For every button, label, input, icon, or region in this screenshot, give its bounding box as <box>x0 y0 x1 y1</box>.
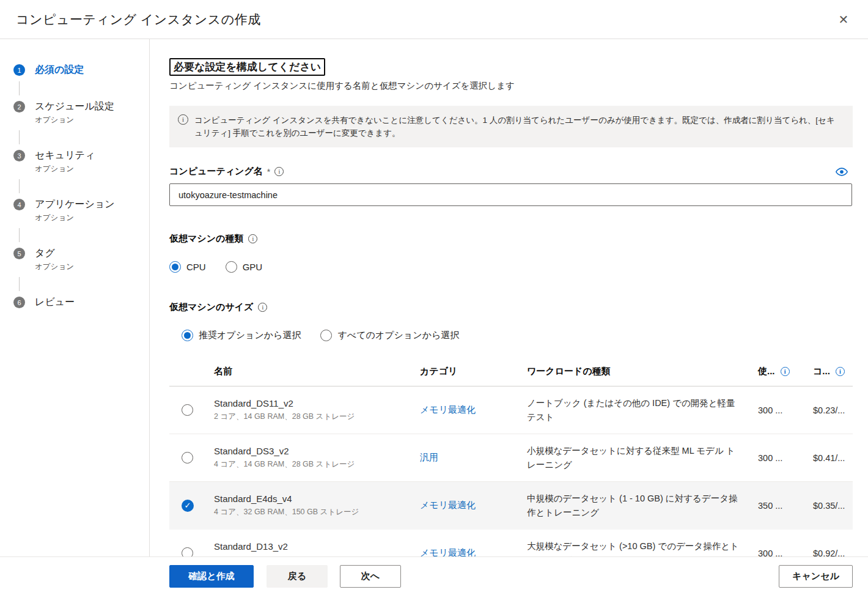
wizard-step[interactable]: 4 アプリケーション オプション <box>13 198 149 242</box>
vm-workload: 小規模なデータセットに対する従来型 ML モデル トレーニング <box>527 444 758 472</box>
vm-cost: $0.92/... <box>813 549 853 557</box>
vm-size-label-row: 仮想マシンのサイズ i <box>169 301 853 313</box>
wizard-step[interactable]: 3 セキュリティ オプション <box>13 149 149 193</box>
radio-label: GPU <box>243 262 263 272</box>
vm-quota: 350 ... <box>758 501 813 511</box>
eye-icon[interactable] <box>836 168 848 176</box>
info-banner: i コンピューティング インスタンスを共有できないことに注意してください。1 人… <box>169 106 853 147</box>
vm-category-link[interactable]: メモリ最適化 <box>420 404 527 416</box>
step-connector <box>19 130 20 144</box>
table-header-row: 名前 カテゴリ ワークロードの種類 使... i コ... i <box>169 366 853 386</box>
vm-size-radio-group: 推奨オプションから選択 すべてのオプションから選択 <box>182 330 853 341</box>
main-content: 必要な設定を構成してください コンピューティング インスタンスに使用する名前と仮… <box>150 39 868 556</box>
table-row[interactable]: Standard_D13_v2 8 コア、56 GB RAM、400 GB スト… <box>169 530 853 556</box>
step-sublabel: オプション <box>35 164 149 174</box>
info-icon[interactable]: i <box>836 367 845 376</box>
info-icon[interactable]: i <box>258 303 267 312</box>
vm-cost: $0.41/... <box>813 453 853 463</box>
wizard-step[interactable]: 1 必須の設定 <box>13 64 149 95</box>
vm-name: Standard_E4ds_v4 <box>214 493 420 504</box>
step-number-badge: 1 <box>13 64 25 76</box>
step-sublabel: オプション <box>35 213 149 223</box>
cancel-button[interactable]: キャンセル <box>779 565 853 588</box>
vm-cost: $0.23/... <box>813 405 853 415</box>
page-title: 必要な設定を構成してください <box>169 58 325 76</box>
vm-workload: 中規模のデータセット (1 - 10 GB) に対するデータ操作とトレーニング <box>527 492 758 520</box>
step-number-badge: 3 <box>13 150 25 161</box>
vm-category-link[interactable]: 汎用 <box>420 452 527 464</box>
wizard-sidebar: 1 必須の設定 2 スケジュール設定 オプション 3 セキュリティ オプション … <box>0 39 150 556</box>
vm-size-all-options-radio[interactable]: すべてのオプションから選択 <box>320 330 459 341</box>
wizard-step[interactable]: 2 スケジュール設定 オプション <box>13 100 149 144</box>
step-label: 必須の設定 <box>35 64 84 76</box>
vm-type-gpu-radio[interactable]: GPU <box>226 261 263 273</box>
row-radio-unselected-icon[interactable] <box>182 547 193 556</box>
step-connector <box>19 277 20 291</box>
compute-name-label: コンピューティング名 <box>169 166 263 177</box>
info-icon: i <box>178 114 188 125</box>
table-row[interactable]: Standard_DS11_v2 2 コア、14 GB RAM、28 GB スト… <box>169 386 853 434</box>
radio-label: すべてのオプションから選択 <box>337 330 459 341</box>
dialog-title: コンピューティング インスタンスの作成 <box>16 11 261 28</box>
step-label: セキュリティ <box>35 149 95 162</box>
vm-name: Standard_DS3_v2 <box>214 446 420 456</box>
column-header-quota: 使... i <box>758 366 813 377</box>
vm-workload: 大規模なデータセット (>10 GB) でのデータ操作とトレーニング <box>527 539 758 557</box>
dialog-body: 1 必須の設定 2 スケジュール設定 オプション 3 セキュリティ オプション … <box>0 39 868 556</box>
vm-size-label: 仮想マシンのサイズ <box>169 301 253 313</box>
wizard-step[interactable]: 5 タグ オプション <box>13 247 149 291</box>
next-button[interactable]: 次へ <box>340 565 401 588</box>
table-row[interactable]: ✓ Standard_E4ds_v4 4 コア、32 GB RAM、150 GB… <box>169 482 853 530</box>
row-radio-selected-check-icon[interactable]: ✓ <box>182 500 194 512</box>
vm-type-cpu-radio[interactable]: CPU <box>169 261 206 273</box>
wizard-steps: 1 必須の設定 2 スケジュール設定 オプション 3 セキュリティ オプション … <box>13 64 149 309</box>
vm-category-link[interactable]: メモリ最適化 <box>420 547 527 556</box>
step-sublabel: オプション <box>35 262 149 272</box>
back-button[interactable]: 戻る <box>267 565 328 588</box>
radio-unselected-icon <box>226 261 237 273</box>
wizard-step[interactable]: 6 レビュー <box>13 296 149 309</box>
vm-quota: 300 ... <box>758 453 813 463</box>
required-asterisk: * <box>267 167 270 177</box>
step-number-badge: 6 <box>13 297 25 308</box>
vm-specs: 4 コア、32 GB RAM、150 GB ストレージ <box>214 507 420 517</box>
column-header-name: 名前 <box>214 366 420 377</box>
vm-specs: 4 コア、14 GB RAM、28 GB ストレージ <box>214 459 420 470</box>
table-body: Standard_DS11_v2 2 コア、14 GB RAM、28 GB スト… <box>169 386 853 556</box>
dialog-header: コンピューティング インスタンスの作成 ✕ <box>0 0 868 39</box>
radio-selected-icon <box>169 261 181 273</box>
dialog-footer: 確認と作成 戻る 次へ キャンセル <box>0 556 868 595</box>
info-banner-text: コンピューティング インスタンスを共有できないことに注意してください。1 人の割… <box>194 114 843 139</box>
step-connector <box>19 81 20 95</box>
vm-size-table: 名前 カテゴリ ワークロードの種類 使... i コ... i <box>169 366 853 556</box>
row-radio-unselected-icon[interactable] <box>182 404 193 416</box>
create-and-review-button[interactable]: 確認と作成 <box>169 565 254 588</box>
row-radio-unselected-icon[interactable] <box>182 452 193 464</box>
vm-name: Standard_DS11_v2 <box>214 398 420 408</box>
info-icon[interactable]: i <box>781 367 790 376</box>
step-label: レビュー <box>35 296 75 309</box>
column-header-category: カテゴリ <box>420 366 527 377</box>
step-number-badge: 5 <box>13 248 25 259</box>
vm-quota: 300 ... <box>758 549 813 557</box>
compute-name-label-row: コンピューティング名 * i <box>169 166 853 177</box>
step-label: アプリケーション <box>35 198 115 211</box>
vm-specs: 2 コア、14 GB RAM、28 GB ストレージ <box>214 412 420 422</box>
info-icon[interactable]: i <box>274 167 284 176</box>
vm-workload: ノートブック (またはその他の IDE) での開発と軽量テスト <box>527 396 758 424</box>
close-icon[interactable]: ✕ <box>834 10 853 29</box>
radio-unselected-icon <box>320 330 332 341</box>
step-number-badge: 4 <box>13 199 25 210</box>
vm-type-label: 仮想マシンの種類 <box>169 233 243 245</box>
column-header-cost: コ... i <box>813 366 853 377</box>
vm-category-link[interactable]: メモリ最適化 <box>420 500 527 511</box>
vm-cost: $0.35/... <box>813 501 853 511</box>
info-icon[interactable]: i <box>248 234 257 243</box>
column-header-workload: ワークロードの種類 <box>527 366 758 377</box>
page-subtitle: コンピューティング インスタンスに使用する名前と仮想マシンのサイズを選択します <box>169 80 853 92</box>
table-row[interactable]: Standard_DS3_v2 4 コア、14 GB RAM、28 GB ストレ… <box>169 434 853 482</box>
vm-type-label-row: 仮想マシンの種類 i <box>169 233 853 245</box>
vm-size-recommended-radio[interactable]: 推奨オプションから選択 <box>182 330 301 341</box>
compute-name-input[interactable] <box>169 183 852 206</box>
radio-label: 推奨オプションから選択 <box>199 330 301 341</box>
